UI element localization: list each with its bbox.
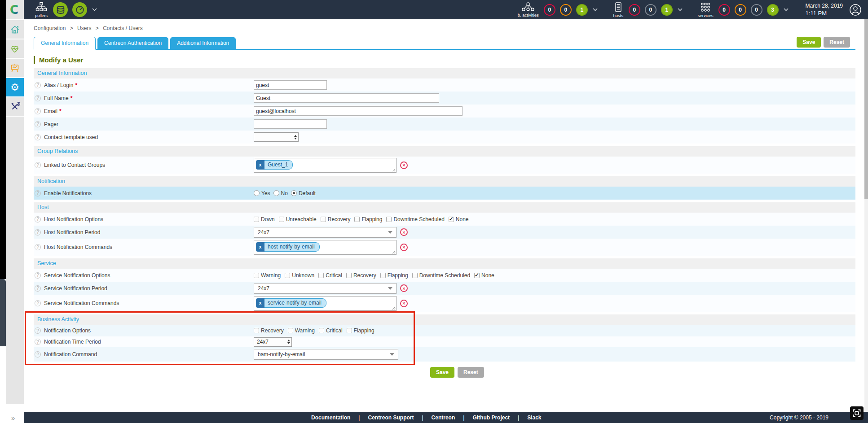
user-menu-button[interactable] (849, 4, 862, 16)
tab-additional-information[interactable]: Additional Information (170, 37, 236, 49)
sidebar-item-configuration[interactable]: ⚙ (6, 78, 24, 96)
clear-selection-icon[interactable]: × (400, 228, 408, 236)
save-button-top[interactable]: Save (797, 37, 821, 48)
checkbox-recovery[interactable]: Recovery (321, 216, 351, 222)
chip-remove-icon[interactable]: x (256, 242, 264, 252)
contact-groups-multiselect[interactable]: x Guest_1 (254, 158, 397, 173)
alias-login-input[interactable] (254, 80, 327, 90)
host-notification-period-select[interactable]: 24x7 (254, 227, 397, 238)
checkbox-flapping[interactable]: Flapping (380, 272, 408, 279)
help-icon[interactable]: ? (35, 339, 41, 345)
checkbox-downtime-scheduled[interactable]: Downtime Scheduled (412, 272, 470, 279)
footer-link-centreon[interactable]: Centreon (432, 414, 455, 421)
clear-selection-icon[interactable]: × (400, 284, 408, 292)
pollers-status[interactable]: pollers (35, 2, 48, 18)
clear-selection-icon[interactable]: × (400, 161, 408, 169)
radio-yes[interactable]: Yes (254, 190, 270, 196)
checkbox-unreachable[interactable]: Unreachable (279, 216, 317, 222)
help-icon[interactable]: ? (35, 351, 41, 358)
help-icon[interactable]: ? (35, 229, 41, 235)
services-critical-count[interactable]: 0 (718, 4, 730, 16)
footer-link-github-project[interactable]: Github Project (472, 414, 510, 421)
checkbox-warning[interactable]: Warning (254, 272, 281, 279)
ba-warning-count[interactable]: 0 (560, 4, 572, 16)
radio-no[interactable]: No (273, 190, 288, 196)
checkbox-recovery[interactable]: Recovery (346, 272, 376, 279)
reset-button-bottom[interactable]: Reset (458, 367, 484, 378)
checkbox-critical[interactable]: Critical (319, 327, 343, 334)
checkbox-flapping[interactable]: Flapping (347, 327, 375, 334)
hosts-unreachable-count[interactable]: 0 (645, 4, 657, 16)
breadcrumb-item[interactable]: Contacts / Users (103, 25, 143, 31)
reset-button-top[interactable]: Reset (824, 37, 850, 48)
hosts-up-count[interactable]: 1 (661, 4, 673, 16)
scrollbar-track[interactable] (864, 19, 868, 412)
ba-notification-command-select[interactable]: bam-notify-by-email (254, 349, 398, 360)
help-icon[interactable]: ? (35, 216, 41, 222)
breadcrumb-item[interactable]: Users (77, 25, 91, 31)
checkbox-downtime-scheduled[interactable]: Downtime Scheduled (386, 216, 444, 222)
clear-selection-icon[interactable]: × (400, 244, 408, 251)
checkbox-unknown[interactable]: Unknown (285, 272, 314, 279)
help-icon[interactable]: ? (35, 300, 41, 306)
checkbox-critical[interactable]: Critical (318, 272, 342, 279)
scrollbar-thumb[interactable] (864, 19, 868, 199)
tab-general-information[interactable]: General Information (34, 37, 96, 50)
ba-ok-count[interactable]: 1 (576, 4, 588, 16)
resize-handle-icon[interactable] (392, 306, 396, 310)
services-unknown-count[interactable]: 0 (751, 4, 762, 16)
chevron-down-icon[interactable] (92, 8, 97, 11)
checkbox-none[interactable]: None (474, 272, 494, 279)
ba-critical-count[interactable]: 0 (544, 4, 555, 16)
sidebar-item-home[interactable] (6, 20, 24, 39)
resize-handle-icon[interactable] (392, 168, 396, 172)
help-icon[interactable]: ? (35, 95, 41, 101)
help-icon[interactable]: ? (35, 108, 41, 114)
email-input[interactable] (254, 106, 463, 116)
chevron-down-icon[interactable] (678, 8, 683, 11)
checkbox-flapping[interactable]: Flapping (354, 216, 382, 222)
hosts-down-count[interactable]: 0 (629, 4, 640, 16)
help-icon[interactable]: ? (35, 121, 41, 127)
full-name-input[interactable] (254, 93, 439, 103)
help-icon[interactable]: ? (35, 244, 41, 250)
save-button-bottom[interactable]: Save (430, 367, 454, 378)
checkbox-recovery[interactable]: Recovery (254, 327, 284, 334)
gauge-status-button[interactable] (72, 2, 87, 17)
help-icon[interactable]: ? (35, 162, 41, 168)
footer-link-centreon-support[interactable]: Centreon Support (368, 414, 414, 421)
footer-link-documentation[interactable]: Documentation (311, 414, 350, 421)
chip-remove-icon[interactable]: x (256, 160, 264, 170)
database-status-button[interactable] (53, 2, 68, 17)
sidebar-item-administration[interactable] (6, 97, 24, 116)
help-icon[interactable]: ? (35, 134, 41, 140)
services-ok-count[interactable]: 3 (767, 4, 779, 16)
help-icon[interactable]: ? (35, 327, 41, 334)
chevron-down-icon[interactable] (784, 8, 789, 11)
tab-centreon-authentication[interactable]: Centreon Authentication (97, 37, 168, 49)
breadcrumb-item[interactable]: Configuration (34, 25, 66, 31)
ba-notification-time-period-select[interactable]: 24x7 (254, 337, 292, 347)
expand-sidebar-icon[interactable]: » (11, 414, 15, 422)
help-icon[interactable]: ? (35, 82, 41, 88)
help-icon[interactable]: ? (35, 285, 41, 292)
services-warning-count[interactable]: 0 (735, 4, 746, 16)
checkbox-none[interactable]: None (449, 216, 469, 222)
help-icon[interactable]: ? (35, 272, 41, 279)
help-icon[interactable]: ? (35, 190, 41, 196)
service-notification-period-select[interactable]: 24x7 (254, 283, 397, 294)
chevron-down-icon[interactable] (593, 8, 598, 11)
radio-default[interactable]: Default (291, 190, 316, 196)
sidebar-item-reporting[interactable] (6, 59, 24, 77)
resize-handle-icon[interactable] (392, 250, 396, 254)
chip-remove-icon[interactable]: x (256, 298, 264, 308)
clear-selection-icon[interactable]: × (400, 300, 408, 307)
host-notification-commands-multiselect[interactable]: x host-notify-by-email (254, 240, 397, 255)
checkbox-down[interactable]: Down (254, 216, 275, 222)
pager-input[interactable] (254, 119, 327, 129)
sidebar-item-monitoring[interactable] (6, 39, 24, 58)
fullscreen-button[interactable] (850, 406, 864, 420)
service-notification-commands-multiselect[interactable]: x service-notify-by-email (254, 296, 397, 311)
footer-link-slack[interactable]: Slack (527, 414, 541, 421)
checkbox-warning[interactable]: Warning (288, 327, 315, 334)
